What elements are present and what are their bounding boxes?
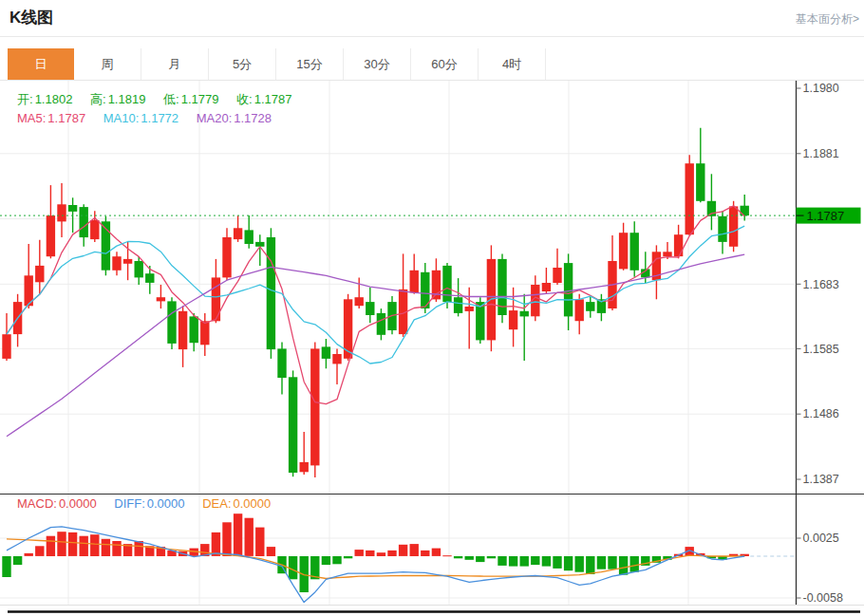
candle-body [586,302,594,311]
tab-60min[interactable]: 60分 [411,48,479,80]
macd-bar [586,556,594,574]
candle-body [200,321,209,345]
ohlc-high: 高:1.1819 [90,92,145,106]
candle-body [310,348,319,465]
candle-body [178,311,187,349]
ohlc-low-value: 1.1779 [181,92,219,106]
macd-bar [68,532,77,556]
candle-body [520,311,529,317]
candle-body [366,302,374,315]
ohlc-low: 低:1.1779 [163,92,218,106]
macd-bar [421,551,429,556]
macd-bar [608,556,616,569]
macd-bar [597,556,606,569]
tab-4hour[interactable]: 4时 [479,48,546,80]
macd-bar [47,536,55,556]
dea-value: 0.0000 [234,496,272,511]
candle-body [575,299,584,321]
candle-body [454,297,462,313]
candle-body [332,354,341,364]
candle-body [47,215,55,256]
fundamental-analysis-link[interactable]: 基本面分析> [796,11,859,28]
candle-body [255,242,264,247]
y-tick-label: 1.1486 [803,407,839,420]
macd-bar [135,541,143,556]
macd-bar [102,539,110,556]
candle-body [465,307,474,311]
ma10-info: MA10:1.1772 [103,111,178,125]
svg-text:1.1787: 1.1787 [807,209,845,223]
candle-body [222,237,231,277]
tab-day[interactable]: 日 [8,48,74,80]
macd-bar [387,551,396,556]
ohlc-info-row: 开:1.1802 高:1.1819 低:1.1779 收:1.1787 [17,91,306,108]
header-divider [0,36,864,37]
macd-tick-label: 0.0025 [803,532,839,545]
tab-month[interactable]: 月 [141,48,209,80]
dea-info: DEA:0.0000 [202,496,271,511]
macd-bar [57,532,66,556]
ohlc-high-value: 1.1819 [108,92,146,106]
macd-bar [355,550,364,556]
y-tick-label: 1.1881 [803,147,839,160]
macd-bar [564,556,573,570]
macd-bar [575,556,584,572]
macd-tick-label: -0.0058 [803,591,843,605]
candle-body [190,316,198,343]
y-tick-label: 1.1980 [803,82,839,95]
macd-value: 0.0000 [59,496,97,511]
candle-body [553,268,561,283]
macd-bar [234,513,242,556]
macd-bar [410,544,419,556]
candle-body [686,163,694,234]
candle-body [542,283,551,291]
macd-bar [630,556,639,572]
macd-bar [553,556,561,569]
macd-info: MACD:0.0000 [17,496,97,511]
y-axis-ticks: 1.19801.18811.16831.15851.14861.13870.00… [797,82,843,605]
macd-bar [432,549,441,556]
macd-label: MACD: [17,496,57,511]
candle-body [289,377,297,473]
macd-bar [465,556,474,560]
candle-body [410,271,419,293]
candle-body [442,266,451,302]
candle-body [718,216,726,242]
candle-body [135,261,143,277]
macd-bar [322,556,330,565]
macd-bar [487,556,496,558]
macd-bar [520,556,529,567]
candle-body [68,205,77,212]
macd-info-row: MACD:0.0000 DIFF:0.0000 DEA:0.0000 [17,496,285,511]
candle-body [300,462,309,472]
tab-week[interactable]: 周 [74,48,141,80]
period-tabs: 日 周 月 5分 15分 30分 60分 4时 [8,48,546,80]
macd-bar [542,556,551,567]
candle-body [112,256,121,271]
candle-body [729,206,738,246]
candle-body [476,302,484,340]
diff-value: 0.0000 [147,496,185,511]
tab-5min[interactable]: 5分 [209,48,276,80]
ma5-info: MA5:1.1787 [17,111,85,125]
macd-bar [332,556,341,564]
ma20-line [7,254,744,437]
y-tick-label: 1.1387 [803,473,839,486]
candle-body [57,204,66,221]
ma5-value: 1.1787 [47,111,85,125]
macd-bar [2,556,10,577]
current-price-label: 1.1787 [797,208,861,224]
candle-body [355,297,364,306]
ma5-label: MA5: [17,111,46,125]
macd-bar [454,556,462,558]
macd-bar [25,553,33,556]
macd-bar [212,532,220,556]
macd-bar [366,551,374,556]
ma-info-row: MA5:1.1787 MA10:1.1772 MA20:1.1728 [17,111,286,125]
diff-info: DIFF:0.0000 [114,496,184,511]
tab-30min[interactable]: 30分 [344,48,411,80]
tab-15min[interactable]: 15分 [276,48,344,80]
ohlc-close-value: 1.1787 [254,92,292,106]
macd-bar [377,552,385,556]
macd-histogram [2,513,749,592]
